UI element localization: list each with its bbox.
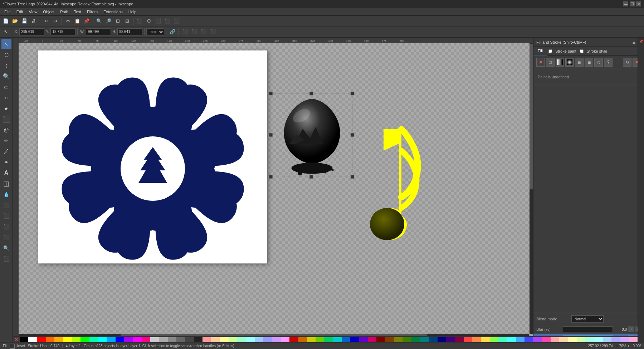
panel-pin-button[interactable]: 📌: [639, 39, 644, 44]
palette-color-swatch[interactable]: [211, 337, 220, 342]
text-tool-button[interactable]: A: [1, 168, 11, 178]
palette-color-swatch[interactable]: [46, 337, 54, 342]
paint-pattern-button[interactable]: ▦: [585, 58, 593, 67]
select-mode-button[interactable]: ↖: [1, 28, 10, 36]
palette-color-swatch[interactable]: [376, 337, 385, 342]
palette-color-swatch[interactable]: [116, 337, 124, 342]
zoom-out-button[interactable]: 🔎: [104, 17, 113, 25]
menu-edit[interactable]: Edit: [14, 9, 26, 15]
paint-flat-button[interactable]: □: [546, 58, 555, 67]
calligraphy-tool-button[interactable]: ✒: [1, 157, 11, 167]
circle-draw-tool-button[interactable]: ○: [1, 93, 11, 103]
tab-fill[interactable]: Fill: [533, 47, 547, 55]
palette-color-swatch[interactable]: [107, 337, 115, 342]
palette-color-swatch[interactable]: [37, 337, 46, 342]
distribute-button[interactable]: ⬛: [199, 28, 208, 36]
cut-button[interactable]: ✂: [64, 17, 72, 25]
canvas-area[interactable]: -25 0 25 50 75 100 125 150 175 200 225 2…: [13, 38, 533, 342]
palette-color-swatch[interactable]: [194, 337, 203, 342]
palette-color-swatch[interactable]: [350, 337, 359, 342]
menu-filters[interactable]: Filters: [84, 9, 101, 15]
menu-view[interactable]: View: [26, 9, 40, 15]
palette-color-swatch[interactable]: [525, 337, 533, 342]
palette-color-swatch[interactable]: [229, 337, 237, 342]
x-input[interactable]: [19, 28, 44, 35]
eraser-tool-button[interactable]: ⬛: [1, 211, 11, 221]
palette-color-swatch[interactable]: [429, 337, 437, 342]
nodes-button[interactable]: ⬡: [145, 17, 153, 25]
palette-color-swatch[interactable]: [168, 337, 176, 342]
zoom-drawing-button[interactable]: ⊞: [123, 17, 131, 25]
group-button[interactable]: ⬛: [209, 28, 217, 36]
palette-color-swatch[interactable]: [237, 337, 246, 342]
palette-color-swatch[interactable]: [368, 337, 376, 342]
menu-help[interactable]: Help: [126, 9, 140, 15]
transform-button[interactable]: ⬛: [154, 17, 162, 25]
zoom-out-status-button[interactable]: −: [616, 343, 619, 349]
restore-button[interactable]: ❐: [630, 1, 635, 6]
menu-path[interactable]: Path: [57, 9, 71, 15]
palette-color-swatch[interactable]: [342, 337, 350, 342]
spray-tool-button[interactable]: ⬛: [1, 200, 11, 210]
palette-color-swatch[interactable]: [28, 337, 37, 342]
align-button[interactable]: ⬛: [163, 17, 172, 25]
open-button[interactable]: 📂: [11, 17, 19, 25]
palette-color-swatch[interactable]: [142, 337, 150, 342]
palette-color-swatch[interactable]: [472, 337, 481, 342]
palette-color-swatch[interactable]: [551, 337, 559, 342]
star-draw-tool-button[interactable]: ★: [1, 103, 11, 113]
zoom-canvas-tool-button[interactable]: 🔍: [1, 71, 11, 81]
palette-color-swatch[interactable]: [298, 337, 307, 342]
palette-color-swatch[interactable]: [150, 337, 159, 342]
palette-color-swatch[interactable]: [307, 337, 316, 342]
palette-color-swatch[interactable]: [446, 337, 455, 342]
palette-color-swatch[interactable]: [464, 337, 472, 342]
unit-select[interactable]: mm px cm: [146, 28, 164, 35]
palette-color-swatch[interactable]: [498, 337, 507, 342]
menu-object[interactable]: Object: [40, 9, 57, 15]
xml-button[interactable]: ⬛: [172, 17, 181, 25]
align2-button[interactable]: ⬛: [190, 28, 199, 36]
palette-color-swatch[interactable]: [89, 337, 98, 342]
palette-color-swatch[interactable]: [585, 337, 594, 342]
palette-color-swatch[interactable]: [577, 337, 585, 342]
copy-button[interactable]: 📋: [73, 17, 82, 25]
palette-color-swatch[interactable]: [289, 337, 298, 342]
palette-color-swatch[interactable]: [568, 337, 577, 342]
panel-float-button[interactable]: □: [639, 45, 644, 50]
menu-text[interactable]: Text: [71, 9, 84, 15]
minimize-button[interactable]: —: [623, 1, 628, 6]
tab-stroke-paint[interactable]: Stroke paint: [553, 47, 579, 55]
palette-color-swatch[interactable]: [402, 337, 411, 342]
lock-ratio-button[interactable]: 🔗: [168, 28, 177, 36]
palette-color-swatch[interactable]: [72, 337, 80, 342]
palette-color-swatch[interactable]: [80, 337, 89, 342]
paint-mesh-button[interactable]: ⊞: [575, 58, 584, 67]
palette-color-swatch[interactable]: [20, 337, 28, 342]
palette-color-swatch[interactable]: [316, 337, 324, 342]
blur-slider[interactable]: [563, 326, 613, 332]
menu-file[interactable]: File: [1, 9, 14, 15]
palette-color-swatch[interactable]: [394, 337, 402, 342]
palette-color-swatch[interactable]: [98, 337, 107, 342]
blur-plus-button[interactable]: +: [628, 326, 634, 332]
palette-color-swatch[interactable]: [324, 337, 333, 342]
palette-color-swatch[interactable]: [438, 337, 446, 342]
palette-color-swatch[interactable]: [54, 337, 63, 342]
palette-color-swatch[interactable]: [176, 337, 185, 342]
paint-unset-button[interactable]: ?: [604, 58, 613, 67]
search-find-button[interactable]: 🔍: [1, 243, 11, 253]
zoom-fit-button[interactable]: ⊡: [113, 17, 122, 25]
palette-color-swatch[interactable]: [220, 337, 229, 342]
paint-edit-button[interactable]: ↻: [623, 58, 631, 67]
palette-color-swatch[interactable]: [411, 337, 420, 342]
palette-color-swatch[interactable]: [516, 337, 525, 342]
palette-color-swatch[interactable]: [542, 337, 551, 342]
palette-color-swatch[interactable]: [533, 337, 542, 342]
paint-none-button[interactable]: ✕: [536, 58, 545, 67]
panel-expand-button[interactable]: ▲: [632, 40, 636, 45]
rect-draw-tool-button[interactable]: ▭: [1, 82, 11, 92]
palette-color-swatch[interactable]: [255, 337, 263, 342]
node-edit-tool-button[interactable]: ⬡: [1, 50, 11, 60]
paint-swatch-button[interactable]: ⬡: [594, 58, 603, 67]
